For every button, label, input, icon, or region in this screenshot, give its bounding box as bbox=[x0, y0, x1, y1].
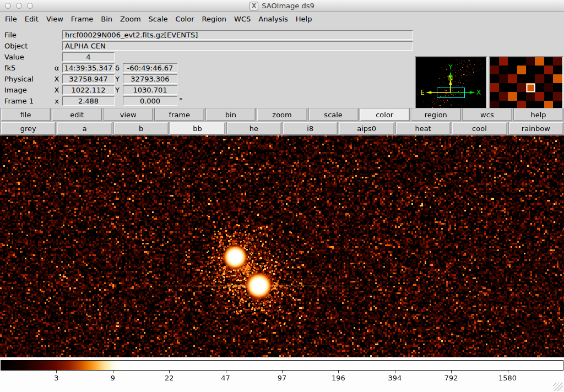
physical-x-field[interactable]: 32758.947 bbox=[62, 74, 115, 84]
colorbar-label: 9 bbox=[111, 374, 115, 382]
button-region[interactable]: region bbox=[411, 108, 461, 121]
image-display[interactable] bbox=[0, 135, 564, 357]
info-row-file: File hrcf00029N006_evt2.fits.gz[EVENTS] bbox=[0, 30, 413, 40]
info-row-object: Object ALPHA CEN bbox=[0, 41, 413, 51]
button-cmap-heat[interactable]: heat bbox=[395, 122, 451, 135]
frame-zoom-symbol: x bbox=[53, 97, 61, 105]
colorbar-tick bbox=[395, 371, 395, 373]
menu-scale[interactable]: Scale bbox=[145, 15, 172, 23]
button-bar: file edit view frame bin zoom scale colo… bbox=[0, 108, 564, 135]
colorbar-label: 394 bbox=[388, 374, 402, 382]
physical-y-field[interactable]: 32793.306 bbox=[123, 74, 177, 84]
info-row-image: Image X 1022.112 Y 1030.701 bbox=[0, 85, 413, 95]
menu-frame[interactable]: Frame bbox=[67, 15, 97, 23]
menu-file[interactable]: File bbox=[1, 15, 21, 23]
button-cmap-cool[interactable]: cool bbox=[452, 122, 507, 135]
colorbar-label: 1580 bbox=[498, 374, 517, 382]
button-cmap-a[interactable]: a bbox=[57, 122, 112, 135]
button-frame[interactable]: frame bbox=[154, 108, 204, 121]
button-wcs[interactable]: wcs bbox=[462, 108, 512, 121]
frame-label: Frame 1 bbox=[4, 97, 34, 105]
menu-zoom[interactable]: Zoom bbox=[116, 15, 144, 23]
button-file[interactable]: file bbox=[1, 108, 51, 121]
colorbar-label: 22 bbox=[165, 374, 174, 382]
ra-field[interactable]: 14:39:35.347 bbox=[62, 63, 115, 73]
colorbar-label: 47 bbox=[221, 374, 230, 382]
colorbar[interactable] bbox=[1, 360, 563, 371]
colorbar-tick bbox=[169, 371, 170, 373]
resize-grip-icon[interactable] bbox=[553, 383, 563, 391]
menu-bin[interactable]: Bin bbox=[97, 15, 116, 23]
file-value-field[interactable]: hrcf00029N006_evt2.fits.gz[EVENTS] bbox=[62, 30, 413, 40]
frame-zoom-field[interactable]: 2.488 bbox=[62, 96, 115, 106]
menu-wcs[interactable]: WCS bbox=[230, 15, 254, 23]
button-cmap-i8[interactable]: i8 bbox=[283, 122, 338, 135]
fk5-label: fk5 bbox=[4, 64, 15, 72]
button-color[interactable]: color bbox=[360, 108, 410, 121]
object-label: Object bbox=[4, 42, 28, 50]
image-label: Image bbox=[4, 86, 27, 94]
info-row-physical: Physical X 32758.947 Y 32793.306 bbox=[0, 74, 413, 84]
physical-x-symbol: X bbox=[53, 75, 61, 83]
image-x-symbol: X bbox=[53, 86, 61, 94]
button-cmap-aips0[interactable]: aips0 bbox=[339, 122, 394, 135]
ds9-window: X SAOImage ds9 File Edit View Frame Bin … bbox=[0, 0, 564, 392]
info-panel: File hrcf00029N006_evt2.fits.gz[EVENTS] … bbox=[0, 26, 564, 108]
info-row-fk5: fk5 α 14:39:35.347 δ -60:49:46.67 bbox=[0, 63, 413, 73]
menu-edit[interactable]: Edit bbox=[21, 15, 42, 23]
colorbar-tick bbox=[451, 371, 452, 373]
pixel-value-field[interactable]: 4 bbox=[62, 52, 115, 62]
button-edit[interactable]: edit bbox=[52, 108, 102, 121]
frame-rotation-field[interactable]: 0.000 bbox=[123, 96, 177, 106]
menu-view[interactable]: View bbox=[42, 15, 67, 23]
physical-label: Physical bbox=[4, 75, 34, 83]
colorbar-tick bbox=[56, 371, 57, 373]
delta-symbol: δ bbox=[113, 64, 121, 72]
alpha-symbol: α bbox=[53, 64, 61, 72]
dec-field[interactable]: -60:49:46.67 bbox=[123, 63, 177, 73]
file-label: File bbox=[4, 31, 17, 39]
button-help[interactable]: help bbox=[513, 108, 563, 121]
image-y-symbol: Y bbox=[113, 86, 121, 94]
button-cmap-bb[interactable]: bb bbox=[170, 122, 225, 135]
colorbar-tick bbox=[113, 371, 113, 373]
image-y-field[interactable]: 1030.701 bbox=[123, 85, 177, 95]
button-view[interactable]: view bbox=[103, 108, 153, 121]
colorbar-label: 792 bbox=[444, 374, 458, 382]
menu-region[interactable]: Region bbox=[198, 15, 231, 23]
menu-color[interactable]: Color bbox=[172, 15, 198, 23]
button-row-colormaps: grey a b bb he i8 aips0 heat cool rainbo… bbox=[0, 122, 564, 135]
menu-help[interactable]: Help bbox=[292, 15, 316, 23]
window-title-text: SAOImage ds9 bbox=[262, 2, 314, 10]
button-cmap-he[interactable]: he bbox=[226, 122, 281, 135]
physical-y-symbol: Y bbox=[113, 75, 121, 83]
info-row-frame: Frame 1 x 2.488 0.000 ° bbox=[0, 96, 413, 106]
button-bin[interactable]: bin bbox=[205, 108, 256, 121]
button-cmap-rainbow[interactable]: rainbow bbox=[508, 122, 563, 135]
colorbar-tick bbox=[226, 371, 226, 373]
menu-analysis[interactable]: Analysis bbox=[254, 15, 292, 23]
title-bar: X SAOImage ds9 bbox=[0, 0, 564, 12]
info-row-value: Value 4 bbox=[0, 52, 413, 62]
object-value-field[interactable]: ALPHA CEN bbox=[62, 41, 413, 51]
x11-app-icon: X bbox=[250, 2, 258, 10]
value-label: Value bbox=[4, 53, 24, 61]
colorbar-tick bbox=[508, 371, 508, 373]
degree-symbol: ° bbox=[179, 96, 183, 105]
button-row-menus: file edit view frame bin zoom scale colo… bbox=[0, 108, 564, 121]
window-title: X SAOImage ds9 bbox=[0, 0, 564, 12]
button-scale[interactable]: scale bbox=[308, 108, 359, 121]
colorbar-tick bbox=[282, 371, 283, 373]
colorbar-tick bbox=[338, 371, 339, 373]
button-cmap-b[interactable]: b bbox=[113, 122, 169, 135]
image-x-field[interactable]: 1022.112 bbox=[62, 85, 115, 95]
button-zoom[interactable]: zoom bbox=[257, 108, 307, 121]
colorbar-label: 97 bbox=[278, 374, 287, 382]
colorbar-label: 3 bbox=[54, 374, 58, 382]
menu-bar: File Edit View Frame Bin Zoom Scale Colo… bbox=[0, 12, 564, 26]
button-cmap-grey[interactable]: grey bbox=[1, 122, 56, 135]
colorbar-area: 3 9 22 47 97 196 394 792 1580 bbox=[0, 357, 564, 392]
colorbar-label: 196 bbox=[332, 374, 345, 382]
